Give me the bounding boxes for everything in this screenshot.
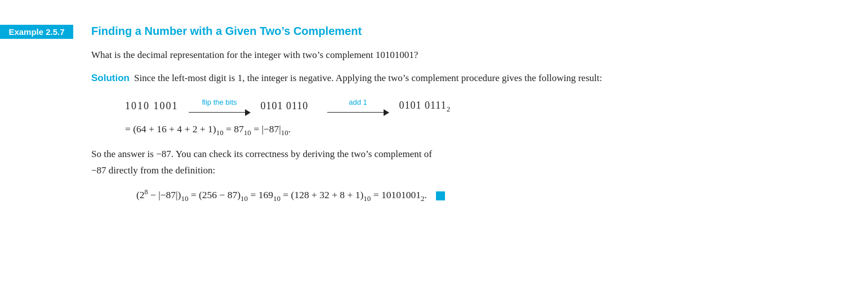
content-area: Finding a Number with a Given Two’s Comp… [73,24,834,210]
example-title: Finding a Number with a Given Two’s Comp… [91,24,834,38]
arrow2-head [384,109,389,116]
equation-row: = (64 + 16 + 4 + 2 + 1)10 = 8710 = |−87|… [125,120,834,139]
arrow-block-1: flip the bits [189,97,251,116]
end-square [436,191,445,200]
solution-block: SolutionSince the left-most digit is 1, … [91,70,834,87]
arrow1-bar [189,112,245,113]
solution-label: Solution [91,73,130,83]
step3-number: 0101 01112 [399,98,451,114]
arrow2-line [327,109,389,116]
eq-part3: = |−87|10. [253,123,291,135]
page-container: Example 2.5.7 Finding a Number with a Gi… [0,14,868,220]
eq-part1: = (64 + 16 + 4 + 2 + 1)10 [125,123,224,135]
arrow2-bar [327,112,384,113]
math-steps: 1010 1001 flip the bits 0101 0110 add 1 [125,97,834,116]
arrow2-label: add 1 [349,97,367,108]
arrow1-label: flip the bits [202,97,237,108]
closing-line2: −87 directly from the definition: [91,165,215,176]
example-label: Example 2.5.7 [0,25,73,39]
final-formula: (28 − |−87|)10 = (256 − 87)10 = 16910 = … [136,186,834,205]
step-row-1: 1010 1001 flip the bits 0101 0110 add 1 [125,97,834,116]
closing-text: So the answer is −87. You can check its … [91,146,834,178]
arrow-block-2: add 1 [327,97,389,116]
solution-text: Since the left-most digit is 1, the inte… [134,73,602,83]
arrow1-line [189,109,251,116]
step1-number: 1010 1001 [125,99,179,114]
arrow1-head [245,109,251,116]
question-text: What is the decimal representation for t… [91,47,834,62]
eq-part2: = 8710 [226,123,251,135]
closing-line1: So the answer is −87. You can check its … [91,149,432,159]
step2-number: 0101 0110 [261,99,317,114]
